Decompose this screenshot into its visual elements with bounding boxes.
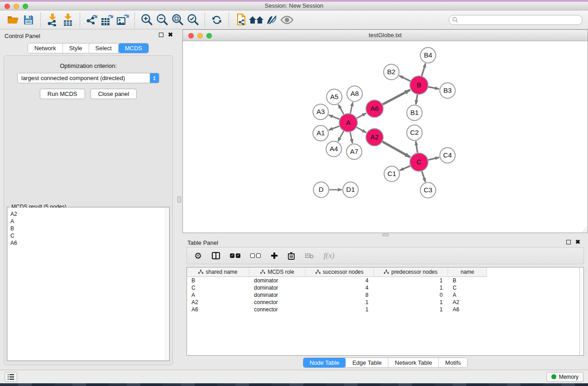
table-settings-icon[interactable]: ⚙ xyxy=(194,252,202,260)
zoom-out-icon[interactable] xyxy=(154,13,170,27)
delete-table-icon[interactable] xyxy=(305,253,314,259)
graph-edge-B-B3[interactable] xyxy=(428,87,439,89)
tab-network[interactable]: Network xyxy=(28,43,63,53)
tab-mcds[interactable]: MCDS xyxy=(119,43,148,53)
zoom-window-button[interactable] xyxy=(23,4,28,9)
run-mcds-button[interactable]: Run MCDS xyxy=(40,89,85,99)
graph-edge-A-A8[interactable] xyxy=(350,102,353,114)
split-handle[interactable] xyxy=(382,234,389,236)
result-scrollbar[interactable] xyxy=(166,208,169,360)
zoom-fit-icon[interactable] xyxy=(170,13,185,27)
result-item[interactable]: A2 xyxy=(10,210,169,218)
column-header[interactable]: successor nodes xyxy=(306,267,374,277)
graph-edge-A-A6[interactable] xyxy=(357,113,366,118)
column-header[interactable]: predecessor nodes xyxy=(374,267,448,277)
graph-node-label: D1 xyxy=(346,186,355,193)
split-handle[interactable] xyxy=(177,196,181,203)
mcds-result-group: MCDS result (5 nodes) A2ABCA6 xyxy=(7,207,170,361)
result-item[interactable]: B xyxy=(10,225,169,232)
tab-select[interactable]: Select xyxy=(89,43,119,53)
graph-edge-A-A3[interactable] xyxy=(329,115,339,119)
new-network-from-selection-icon[interactable] xyxy=(233,13,249,27)
graph-edge-C-C4[interactable] xyxy=(428,157,439,160)
graph-edge-B-B2[interactable] xyxy=(399,76,411,81)
hide-graphics-details-icon[interactable] xyxy=(264,13,279,27)
tab-edge-table[interactable]: Edge Table xyxy=(346,358,388,367)
graph-edge-C-C2[interactable] xyxy=(416,141,417,152)
graph-edge-C-C1[interactable] xyxy=(400,166,410,171)
float-panel-icon[interactable] xyxy=(159,33,163,37)
minimize-window-button[interactable] xyxy=(14,4,19,9)
close-panel-icon[interactable]: ✖ xyxy=(168,33,173,37)
network-canvas[interactable]: B4B2BB3A8A5A6A3B1AA1C2A2A4A7C4CC1C3DD1 xyxy=(183,41,588,233)
home-first-neighbors-icon[interactable] xyxy=(249,13,264,27)
graph-node-label: C3 xyxy=(424,186,432,194)
close-panel-icon[interactable]: ✖ xyxy=(575,240,580,244)
vertical-split-divider[interactable] xyxy=(177,29,182,370)
graph-edge-A2-C[interactable] xyxy=(382,142,410,157)
tab-style[interactable]: Style xyxy=(63,43,89,53)
horizontal-split-divider[interactable] xyxy=(182,233,588,237)
search-input[interactable] xyxy=(460,17,579,23)
graph-edge-A6-B[interactable] xyxy=(382,90,410,104)
table-cell: 0 xyxy=(374,291,448,299)
function-builder-icon[interactable]: f(x) xyxy=(324,251,335,260)
memory-button[interactable]: Memory xyxy=(546,372,583,382)
import-table-icon[interactable] xyxy=(60,13,76,27)
graph-edge-C-C3[interactable] xyxy=(422,171,425,182)
close-view-button[interactable] xyxy=(188,33,194,38)
column-header-label: MCDS role xyxy=(268,269,294,275)
export-network-icon[interactable] xyxy=(84,13,100,27)
minimize-view-button[interactable] xyxy=(197,33,203,38)
task-history-button[interactable] xyxy=(5,372,17,382)
tab-network-table[interactable]: Network Table xyxy=(388,358,439,367)
float-panel-icon[interactable] xyxy=(566,240,571,244)
column-header[interactable]: MCDS role xyxy=(249,267,306,277)
show-columns-icon[interactable] xyxy=(212,252,220,259)
open-session-icon[interactable] xyxy=(5,13,21,27)
refresh-layout-icon[interactable] xyxy=(209,13,225,27)
table-row[interactable]: A2connector11A2 xyxy=(187,299,583,306)
add-row-icon[interactable] xyxy=(271,252,278,259)
save-session-icon[interactable] xyxy=(21,13,36,27)
graph-node-label: A4 xyxy=(330,145,338,152)
table-scrollbar[interactable] xyxy=(579,267,583,355)
export-table-icon[interactable] xyxy=(100,13,115,27)
list-icon xyxy=(8,374,14,380)
table-row[interactable]: A6connector11A6 xyxy=(187,306,583,313)
graph-edge-A-A4[interactable] xyxy=(338,131,344,142)
export-image-icon[interactable] xyxy=(115,13,130,27)
graph-edge-A-A2[interactable] xyxy=(357,127,366,133)
table-row[interactable]: Adominator80A xyxy=(187,291,583,299)
deselect-all-icon[interactable] xyxy=(250,253,261,258)
screen: Session: New Session xyxy=(0,0,588,386)
table-row[interactable]: Cdominator41C xyxy=(187,284,583,291)
tab-motifs[interactable]: Motifs xyxy=(439,358,467,367)
tab-node-table[interactable]: Node Table xyxy=(303,358,346,367)
toolbar-search[interactable] xyxy=(449,15,583,25)
table-row[interactable]: Bdominator41B xyxy=(187,277,583,284)
criterion-dropdown[interactable]: largest connected component (directed) ▲… xyxy=(17,73,159,83)
graph-edge-A-A1[interactable] xyxy=(329,126,339,130)
graph-edge-A-A7[interactable] xyxy=(350,132,353,143)
network-graph[interactable]: B4B2BB3A8A5A6A3B1AA1C2A2A4A7C4CC1C3DD1 xyxy=(183,41,588,233)
graph-edge-A-A5[interactable] xyxy=(338,105,344,114)
column-header[interactable]: name xyxy=(448,267,487,277)
zoom-in-icon[interactable] xyxy=(139,13,154,27)
zoom-selected-icon[interactable] xyxy=(185,13,201,27)
show-graphics-details-icon[interactable] xyxy=(279,13,295,27)
graph-edge-B-B4[interactable] xyxy=(422,63,425,76)
result-item[interactable]: C xyxy=(10,232,169,239)
graph-edge-B-B1[interactable] xyxy=(416,95,418,105)
zoom-view-button[interactable] xyxy=(206,33,212,38)
close-panel-button[interactable]: Close panel xyxy=(91,89,137,99)
import-network-icon[interactable] xyxy=(45,13,60,27)
select-all-icon[interactable] xyxy=(230,253,240,258)
delete-row-icon[interactable] xyxy=(288,252,295,260)
column-header[interactable]: shared name xyxy=(187,267,249,277)
table-toolbar: ⚙ xyxy=(186,247,584,264)
result-item[interactable]: A xyxy=(10,218,169,225)
result-item[interactable]: A6 xyxy=(10,239,169,247)
mcds-result-list[interactable]: A2ABCA6 xyxy=(8,208,169,360)
close-window-button[interactable] xyxy=(5,4,10,9)
